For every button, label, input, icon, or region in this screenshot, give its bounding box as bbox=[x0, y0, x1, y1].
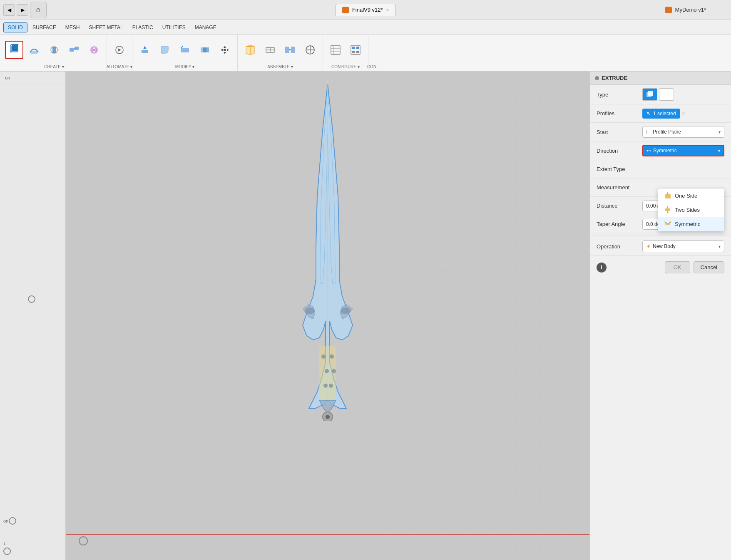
assemble4-button[interactable] bbox=[301, 41, 319, 59]
svg-rect-9 bbox=[70, 48, 74, 52]
forward-button[interactable]: ▶ bbox=[17, 4, 28, 16]
svg-marker-22 bbox=[224, 46, 226, 48]
con-section-label: CON bbox=[367, 64, 376, 69]
two-sides-icon bbox=[664, 206, 671, 213]
revolve-tool-button[interactable] bbox=[45, 41, 63, 59]
menu-bar: SOLID SURFACE MESH SHEET METAL PLASTIC U… bbox=[0, 20, 731, 35]
operation-dropdown[interactable]: ✦ New Body ▾ bbox=[642, 240, 724, 252]
extent-type-row: Extent Type bbox=[590, 160, 731, 178]
taper-angle-label: Taper Angle bbox=[597, 221, 642, 227]
operation-dropdown-arrow: ▾ bbox=[719, 244, 721, 249]
menu-sheetmetal[interactable]: SHEET METAL bbox=[85, 23, 127, 32]
menu-surface[interactable]: SURFACE bbox=[28, 23, 60, 32]
chamfer-tool-button[interactable] bbox=[176, 41, 194, 59]
configure2-button[interactable] bbox=[346, 41, 365, 59]
svg-rect-75 bbox=[665, 223, 670, 225]
tab-mydemo[interactable]: MyDemo v1* bbox=[665, 7, 706, 13]
start-row: Start ⊢ Profile Plane ▾ bbox=[590, 123, 731, 141]
extrude-tool-button[interactable] bbox=[5, 41, 23, 59]
svg-rect-16 bbox=[142, 50, 148, 53]
profile-plane-icon: ⊢ bbox=[646, 129, 651, 135]
tab-finalv9[interactable]: FinalV9 v12* × bbox=[335, 4, 396, 16]
start-dropdown-arrow: ▾ bbox=[719, 130, 721, 134]
operation-row: Operation ✦ New Body ▾ bbox=[590, 237, 731, 256]
svg-rect-44 bbox=[352, 47, 355, 49]
combine-tool-button[interactable] bbox=[196, 41, 214, 59]
title-bar: ◀ ▶ ⌂ FinalV9 v12* × MyDemo v1* bbox=[0, 0, 731, 20]
dropdown-item-symmetric[interactable]: Symmetric bbox=[658, 217, 724, 231]
svg-rect-45 bbox=[356, 47, 359, 49]
two-sides-label: Two Sides bbox=[675, 207, 700, 213]
svg-point-26 bbox=[224, 49, 226, 51]
extent-type-label: Extent Type bbox=[597, 166, 642, 172]
start-dropdown[interactable]: ⊢ Profile Plane ▾ bbox=[642, 126, 724, 138]
type-btn-surface[interactable] bbox=[659, 88, 674, 101]
home-button[interactable]: ⌂ bbox=[30, 2, 47, 18]
configure-section-label: CONFIGURE ▾ bbox=[331, 64, 360, 69]
menu-mesh[interactable]: MESH bbox=[61, 23, 84, 32]
type-btn-solid[interactable] bbox=[642, 88, 657, 101]
sweep-tool-button[interactable] bbox=[65, 41, 83, 59]
right-panel: EXTRUDE Type bbox=[589, 72, 731, 560]
automate-tool-button[interactable] bbox=[110, 41, 129, 59]
svg-point-6 bbox=[30, 51, 38, 54]
svg-rect-66 bbox=[665, 91, 670, 96]
sidebar-radio bbox=[0, 84, 65, 513]
svg-rect-47 bbox=[356, 51, 359, 53]
panel-divider bbox=[590, 235, 731, 235]
canvas-bottom-circle bbox=[78, 536, 88, 548]
tab1-close-button[interactable]: × bbox=[386, 7, 389, 12]
svg-marker-23 bbox=[224, 52, 226, 54]
menu-plastic[interactable]: PLASTIC bbox=[128, 23, 157, 32]
profiles-close-button[interactable]: × bbox=[682, 110, 685, 117]
direction-value: Symmetric bbox=[653, 148, 677, 154]
menu-utilities[interactable]: UTILITIES bbox=[158, 23, 190, 32]
menu-manage[interactable]: MANAGE bbox=[191, 23, 221, 32]
toolbar-section-automate: AUTOMATE ▾ bbox=[107, 35, 132, 71]
new-body-icon: ✦ bbox=[646, 243, 651, 250]
blade-shape bbox=[265, 80, 390, 421]
pushpull-tool-button[interactable] bbox=[136, 41, 154, 59]
svg-point-62 bbox=[79, 537, 87, 545]
toolbar-section-create: CREATE ▾ bbox=[2, 35, 107, 71]
type-row: Type bbox=[590, 85, 731, 104]
canvas-viewport[interactable] bbox=[66, 72, 589, 560]
one-side-label: One Side bbox=[675, 193, 697, 199]
svg-point-61 bbox=[326, 415, 330, 419]
ok-button[interactable]: OK bbox=[665, 261, 690, 273]
assemble2-button[interactable] bbox=[261, 41, 279, 59]
assemble-section-label: ASSEMBLE ▾ bbox=[267, 64, 293, 69]
script-tool-button[interactable] bbox=[85, 41, 103, 59]
info-button[interactable]: i bbox=[597, 263, 607, 273]
shell-tool-button[interactable] bbox=[25, 41, 43, 59]
profiles-control: ↖ 1 selected × bbox=[642, 109, 724, 119]
profiles-selected-button[interactable]: ↖ 1 selected bbox=[642, 109, 680, 119]
one-side-icon bbox=[664, 192, 671, 199]
symmetric-dropdown-label: Symmetric bbox=[675, 221, 700, 227]
back-button[interactable]: ◀ bbox=[3, 4, 15, 16]
svg-rect-33 bbox=[285, 47, 289, 53]
menu-solid[interactable]: SOLID bbox=[3, 22, 27, 32]
dropdown-item-oneside[interactable]: One Side bbox=[658, 188, 724, 203]
svg-marker-72 bbox=[667, 206, 669, 207]
svg-rect-39 bbox=[331, 45, 340, 55]
header-dot bbox=[595, 76, 599, 80]
direction-label: Direction bbox=[597, 148, 642, 154]
assemble1-button[interactable] bbox=[241, 41, 259, 59]
dropdown-item-twosides[interactable]: Two Sides bbox=[658, 203, 724, 217]
sidebar-circle bbox=[8, 517, 17, 527]
panel-bottom-bar: i OK Cancel bbox=[590, 256, 731, 278]
svg-marker-69 bbox=[667, 192, 669, 193]
cancel-button[interactable]: Cancel bbox=[694, 261, 724, 273]
main-area: on on 1 bbox=[0, 72, 731, 560]
svg-marker-17 bbox=[143, 46, 147, 49]
direction-dropdown[interactable]: ⊷ Symmetric ▾ bbox=[642, 145, 724, 156]
svg-point-59 bbox=[329, 384, 333, 388]
move-tool-button[interactable] bbox=[216, 41, 234, 59]
symmetric-icon: ⊷ bbox=[646, 148, 651, 154]
operation-label: Operation bbox=[597, 243, 642, 250]
assemble3-button[interactable] bbox=[281, 41, 299, 59]
svg-line-4 bbox=[17, 51, 18, 52]
fillet-tool-button[interactable] bbox=[156, 41, 174, 59]
configure1-button[interactable] bbox=[326, 41, 345, 59]
